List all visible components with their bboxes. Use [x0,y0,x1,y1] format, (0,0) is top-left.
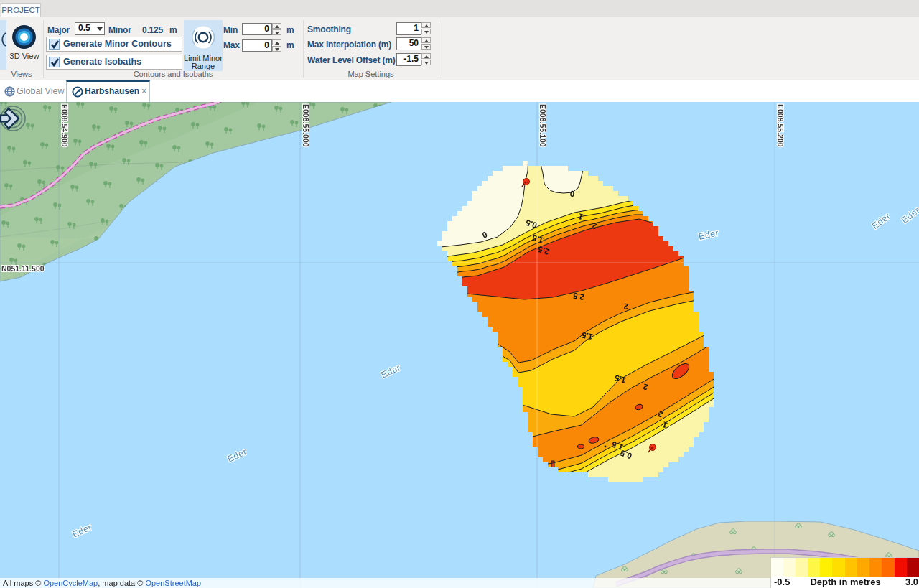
svg-text:E008.54.900: E008.54.900 [60,104,69,147]
svg-text:E008.55.000: E008.55.000 [302,104,310,147]
svg-text:N051.11.500: N051.11.500 [1,264,45,273]
svg-text:0: 0 [569,190,574,199]
svg-text:E008.55.100: E008.55.100 [538,104,547,147]
svg-text:E008.55.200: E008.55.200 [776,104,785,147]
